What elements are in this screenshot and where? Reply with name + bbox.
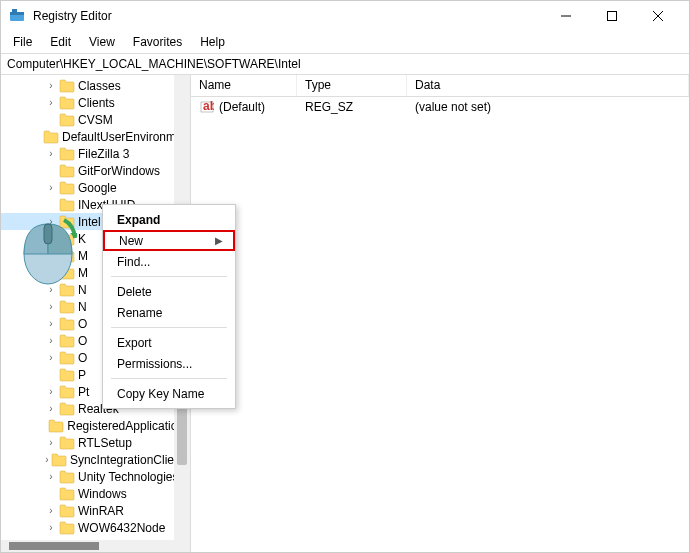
tree-item-label: SyncIntegrationClients [70, 453, 190, 467]
tree-item[interactable]: ›RTLSetup [1, 434, 190, 451]
tree-hscrollbar[interactable] [1, 540, 190, 552]
maximize-button[interactable] [589, 1, 635, 31]
menu-favorites[interactable]: Favorites [125, 33, 190, 51]
expander-icon[interactable]: › [43, 452, 51, 468]
tree-item[interactable]: ›SyncIntegrationClients [1, 451, 190, 468]
window-controls [543, 1, 681, 31]
expander-icon[interactable]: › [43, 95, 59, 111]
expander-icon[interactable]: › [43, 299, 59, 315]
col-data[interactable]: Data [407, 75, 689, 96]
expander-icon[interactable]: › [43, 503, 59, 519]
value-type: REG_SZ [297, 98, 407, 116]
col-type[interactable]: Type [297, 75, 407, 96]
folder-icon [59, 79, 75, 93]
expander-icon[interactable]: › [43, 78, 59, 94]
folder-icon [59, 368, 75, 382]
folder-icon [59, 300, 75, 314]
tree-item[interactable]: ›FileZilla 3 [1, 145, 190, 162]
tree-item-label: Intel [78, 215, 101, 229]
tree-item[interactable]: ›WOW6432Node [1, 519, 190, 536]
col-name[interactable]: Name [191, 75, 297, 96]
tree-item[interactable]: GitForWindows [1, 162, 190, 179]
ctx-permissions[interactable]: Permissions... [103, 353, 235, 374]
expander-icon[interactable]: › [43, 520, 59, 536]
folder-icon [48, 419, 64, 433]
menu-edit[interactable]: Edit [42, 33, 79, 51]
tree-item-label: FileZilla 3 [78, 147, 129, 161]
expander-icon[interactable]: › [43, 231, 59, 247]
folder-icon [59, 215, 75, 229]
expander-icon[interactable]: › [43, 435, 59, 451]
tree-item-label: WinRAR [78, 504, 124, 518]
svg-rect-1 [10, 12, 24, 15]
expander-icon[interactable]: › [43, 469, 59, 485]
tree-item[interactable]: ›Clients [1, 94, 190, 111]
ctx-new[interactable]: New▶ [103, 230, 235, 251]
expander-icon[interactable]: › [43, 333, 59, 349]
ctx-find[interactable]: Find... [103, 251, 235, 272]
ctx-rename[interactable]: Rename [103, 302, 235, 323]
expander-icon[interactable]: › [43, 146, 59, 162]
expander-spacer [43, 163, 59, 179]
folder-icon [59, 521, 75, 535]
folder-icon [59, 317, 75, 331]
ctx-export[interactable]: Export [103, 332, 235, 353]
expander-icon[interactable]: › [43, 265, 59, 281]
address-bar[interactable]: Computer\HKEY_LOCAL_MACHINE\SOFTWARE\Int… [1, 53, 689, 75]
folder-icon [59, 283, 75, 297]
expander-icon[interactable]: › [43, 350, 59, 366]
context-menu: Expand New▶ Find... Delete Rename Export… [102, 204, 236, 409]
tree-item-label: M [78, 249, 88, 263]
menu-view[interactable]: View [81, 33, 123, 51]
expander-icon[interactable]: › [43, 401, 59, 417]
tree-item[interactable]: ›Google [1, 179, 190, 196]
app-icon [9, 8, 25, 24]
ctx-separator [111, 378, 227, 379]
expander-icon[interactable]: › [43, 248, 59, 264]
expander-icon[interactable]: › [43, 282, 59, 298]
ctx-expand[interactable]: Expand [103, 209, 235, 230]
expander-icon[interactable]: › [43, 316, 59, 332]
tree-item[interactable]: Windows [1, 485, 190, 502]
close-button[interactable] [635, 1, 681, 31]
folder-icon [43, 130, 59, 144]
folder-icon [59, 504, 75, 518]
tree-item-label: P [78, 368, 86, 382]
tree-item[interactable]: RegisteredApplications [1, 417, 190, 434]
ctx-separator [111, 327, 227, 328]
folder-icon [59, 232, 75, 246]
tree-item[interactable]: DefaultUserEnvironment [1, 128, 190, 145]
tree-item-label: RTLSetup [78, 436, 132, 450]
list-header: Name Type Data [191, 75, 689, 97]
folder-icon [59, 147, 75, 161]
tree-item[interactable]: CVSM [1, 111, 190, 128]
folder-icon [59, 334, 75, 348]
list-row[interactable]: ab(Default)REG_SZ(value not set) [191, 97, 689, 117]
ctx-copy-key[interactable]: Copy Key Name [103, 383, 235, 404]
tree-item[interactable]: ›WinRAR [1, 502, 190, 519]
expander-icon[interactable]: › [43, 384, 59, 400]
svg-text:ab: ab [203, 100, 214, 113]
folder-icon [59, 198, 75, 212]
tree-item-label: CVSM [78, 113, 113, 127]
folder-icon [59, 96, 75, 110]
folder-icon [59, 487, 75, 501]
tree-item-label: GitForWindows [78, 164, 160, 178]
expander-icon[interactable]: › [43, 214, 59, 230]
tree-item[interactable]: ›Unity Technologies [1, 468, 190, 485]
tree-item-label: O [78, 334, 87, 348]
folder-icon [59, 266, 75, 280]
minimize-button[interactable] [543, 1, 589, 31]
titlebar: Registry Editor [1, 1, 689, 31]
ctx-delete[interactable]: Delete [103, 281, 235, 302]
folder-icon [59, 181, 75, 195]
expander-spacer [43, 367, 59, 383]
tree-hscroll-thumb[interactable] [9, 542, 99, 550]
expander-icon[interactable]: › [43, 180, 59, 196]
menu-help[interactable]: Help [192, 33, 233, 51]
menu-file[interactable]: File [5, 33, 40, 51]
tree-item-label: M [78, 266, 88, 280]
tree-item[interactable]: ›Classes [1, 77, 190, 94]
tree-item-label: RegisteredApplications [67, 419, 190, 433]
tree-item-label: N [78, 300, 87, 314]
